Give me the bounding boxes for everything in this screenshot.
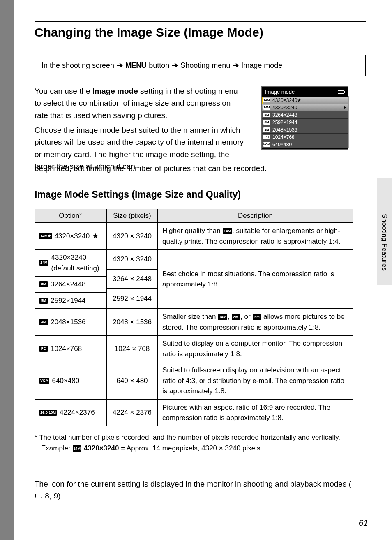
mode-icon: 14M [218, 314, 227, 320]
page-title: Changing the Image Size (Image Mode) [35, 25, 263, 39]
table-header: Size (pixels) [106, 209, 158, 223]
lcd-row: 5M 2592×1944 [262, 119, 348, 126]
caret-icon [344, 106, 346, 109]
lcd-title: Image mode [265, 89, 295, 95]
lcd-row: 14M 4320×3240★ [262, 97, 348, 104]
lcd-row: VGA 640×480 [262, 141, 348, 148]
table-row-group: 14M 4320×3240(default setting) 8M 3264×2… [35, 249, 353, 309]
desc-cell: Pictures with an aspect ratio of 16:9 ar… [158, 399, 353, 426]
option-cell: 14M 4320×3240(default setting) [35, 249, 106, 276]
table-row: VGA 640×480 640 × 480 Suited to full-scr… [35, 362, 353, 399]
option-cell: 14M★ 4320×3240★ [35, 223, 106, 249]
lcd-row-label: 2592×1944 [272, 120, 297, 125]
breadcrumb-step: Image mode [241, 61, 282, 70]
breadcrumb-step: button [149, 61, 169, 70]
size-cell: 4224 × 2376 [106, 399, 158, 426]
size-cell: 3264 × 2448 [106, 269, 158, 289]
desc-cell: Suited to full-screen display on a telev… [158, 362, 353, 399]
manual-page: Changing the Image Size (Image Mode) In … [14, 0, 392, 540]
size-cell: 2592 × 1944 [106, 289, 158, 309]
lcd-row-label: 1024×768 [272, 134, 295, 140]
settings-table: Option* Size (pixels) Description 14M★ 4… [35, 209, 353, 426]
mode-icon: 8M [232, 314, 240, 320]
lcd-header: Image mode [262, 87, 348, 97]
mode-icon: 5M [263, 120, 270, 125]
mode-icon: PC [263, 135, 270, 139]
breadcrumb-step: Shooting menu [180, 61, 230, 70]
desc-cell: Suited to display on a computer monitor.… [158, 335, 353, 362]
menu-button-label: MENU [125, 61, 146, 70]
body-paragraph: be printed, but limiting the number of p… [35, 162, 347, 174]
desc-cell: Higher quality than 14M, suitable for en… [158, 223, 353, 249]
mode-icon: 14M [263, 105, 270, 110]
mode-icon: 8M [39, 281, 48, 287]
book-icon [35, 494, 42, 498]
size-cell: 4320 × 3240 [106, 249, 158, 269]
section-heading: Image Mode Settings (Image Size and Qual… [35, 189, 241, 200]
mode-icon: 14M [263, 98, 270, 102]
mode-icon: 8M [263, 113, 270, 117]
size-cell: 2048 × 1536 [106, 309, 158, 335]
lcd-row-label: 4320×3240 [272, 105, 297, 111]
battery-icon [338, 90, 344, 94]
closing-paragraph: The icon for the current setting is disp… [35, 478, 353, 502]
option-cell: PC 1024×768 [35, 335, 106, 362]
mode-icon: PC [39, 346, 48, 352]
mode-icon: 3M [263, 127, 270, 132]
arrow-icon: ➔ [172, 61, 178, 70]
table-row: PC 1024×768 1024 × 768 Suited to display… [35, 335, 353, 362]
arrow-icon: ➔ [117, 61, 123, 70]
table-header-row: Option* Size (pixels) Description [35, 209, 353, 223]
arrow-icon: ➔ [233, 61, 239, 70]
mode-icon: 5M [253, 314, 261, 320]
size-cell: 640 × 480 [106, 362, 158, 399]
desc-cell: Smaller size than 14M, 8M, or 5M allows … [158, 309, 353, 335]
mode-icon: 14M [39, 260, 48, 266]
lcd-row: 14M 4320×3240 [262, 104, 348, 111]
size-cell: 4320 × 3240 [106, 223, 158, 249]
lcd-row-label: 640×480 [272, 142, 292, 148]
scrollbar [348, 96, 349, 148]
breadcrumb: In the shooting screen ➔ MENU button ➔ S… [35, 55, 366, 76]
lcd-row-label: 2048×1536 [272, 127, 297, 133]
option-cell: 8M 3264×2448 [35, 276, 106, 293]
table-header: Option* [35, 209, 106, 223]
lcd-row: 8M 3264×2448 [262, 111, 348, 119]
side-label: Shooting Features [380, 214, 388, 271]
mode-icon: 3M [39, 319, 48, 325]
lcd-row: PC 1024×768 [262, 134, 348, 141]
table-row: 14M★ 4320×3240★ 4320 × 3240 Higher quali… [35, 223, 353, 249]
lcd-preview: Image mode 14M 4320×3240★ 14M 4320×3240 … [261, 86, 348, 150]
mode-icon: 5M [39, 298, 48, 304]
header-rule [35, 21, 366, 22]
mode-icon: 14M [73, 445, 82, 452]
table-row: 3M 2048×1536 2048 × 1536 Smaller size th… [35, 309, 353, 335]
size-cell: 1024 × 768 [106, 335, 158, 362]
table-header: Description [158, 209, 353, 223]
star-icon: ★ [92, 231, 99, 242]
breadcrumb-step: In the shooting screen [42, 61, 114, 70]
desc-cell: Best choice in most situations. The comp… [158, 249, 353, 309]
lcd-row-label: 4320×3240★ [272, 97, 302, 103]
option-cell: 3M 2048×1536 [35, 309, 106, 335]
mode-icon: VGA [263, 142, 270, 147]
option-cell: 5M 2592×1944 [35, 293, 106, 309]
body-paragraph: You can use the Image mode setting in th… [35, 85, 244, 121]
mode-icon: VGA [39, 378, 49, 384]
mode-icon: 14M [223, 228, 232, 234]
table-row: 16:9 10M 4224×2376 4224 × 2376 Pictures … [35, 399, 353, 426]
lcd-row: 3M 2048×1536 [262, 126, 348, 134]
page-number: 61 [359, 518, 368, 528]
option-cell: VGA 640×480 [35, 362, 106, 399]
mode-icon: 14M★ [39, 233, 52, 239]
option-cell: 16:9 10M 4224×2376 [35, 399, 106, 426]
footnote: * The total number of pixels recorded, a… [35, 432, 353, 453]
lcd-row-label: 3264×2448 [272, 112, 297, 118]
mode-icon: 16:9 10M [39, 410, 57, 416]
